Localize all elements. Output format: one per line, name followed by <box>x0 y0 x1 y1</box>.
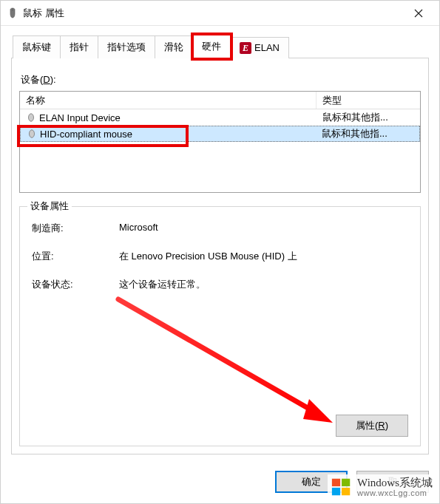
tabstrip: 鼠标键 指针 指针选项 滑轮 硬件 EELAN <box>11 35 429 58</box>
location-label: 位置: <box>32 250 119 263</box>
column-name[interactable]: 名称 <box>20 92 317 109</box>
tab-wheel[interactable]: 滑轮 <box>155 35 193 58</box>
list-header: 名称 类型 <box>20 92 420 109</box>
mouse-icon <box>27 129 37 139</box>
tab-pointer-options[interactable]: 指针选项 <box>98 35 155 58</box>
table-row[interactable]: HID-compliant mouse 鼠标和其他指... <box>20 126 420 142</box>
status-value: 这个设备运转正常。 <box>119 278 408 291</box>
device-name: HID-compliant mouse <box>40 129 132 140</box>
svg-point-1 <box>30 130 35 138</box>
properties-button[interactable]: 属性(R) <box>336 415 408 437</box>
location-value: 在 Lenovo Precision USB Mouse (HID) 上 <box>119 250 408 263</box>
devices-label: 设备(D): <box>21 73 421 86</box>
tab-body-hardware: 设备(D): 名称 类型 ELAN Input Device 鼠标和其他指... <box>11 58 429 454</box>
table-row[interactable]: ELAN Input Device 鼠标和其他指... <box>20 109 420 126</box>
groupbox-title: 设备属性 <box>27 200 72 213</box>
device-list[interactable]: 名称 类型 ELAN Input Device 鼠标和其他指... HID-co… <box>19 91 421 193</box>
device-properties-group: 设备属性 制造商: Microsoft 位置: 在 Lenovo Precisi… <box>19 206 421 446</box>
tab-hardware[interactable]: 硬件 <box>193 35 231 58</box>
windows-logo-icon <box>331 476 353 498</box>
device-type: 鼠标和其他指... <box>316 125 419 143</box>
mouse-properties-window: 鼠标 属性 鼠标键 指针 指针选项 滑轮 硬件 EELAN 设备(D): 名称 … <box>0 0 440 504</box>
watermark-url: www.wxcLgg.com <box>357 488 433 497</box>
svg-rect-6 <box>342 488 350 495</box>
svg-point-0 <box>29 114 34 122</box>
svg-rect-4 <box>342 479 350 486</box>
window-title: 鼠标 属性 <box>23 7 404 20</box>
svg-rect-3 <box>332 479 340 486</box>
watermark: Windows系统城 www.wxcLgg.com <box>328 474 436 500</box>
mouse-icon <box>7 7 18 19</box>
close-button[interactable] <box>404 3 433 24</box>
svg-rect-5 <box>332 488 340 495</box>
device-type: 鼠标和其他指... <box>317 109 420 126</box>
content-area: 鼠标键 指针 指针选项 滑轮 硬件 EELAN 设备(D): 名称 类型 <box>1 26 439 463</box>
elan-icon: E <box>240 42 251 54</box>
tab-buttons[interactable]: 鼠标键 <box>13 35 61 58</box>
tab-pointers[interactable]: 指针 <box>61 35 98 58</box>
manufacturer-value: Microsoft <box>119 222 408 235</box>
device-name: ELAN Input Device <box>39 112 121 123</box>
status-label: 设备状态: <box>32 278 119 291</box>
manufacturer-label: 制造商: <box>32 222 119 235</box>
watermark-brand: Windows系统城 <box>357 477 433 489</box>
titlebar: 鼠标 属性 <box>1 1 439 26</box>
tab-elan[interactable]: EELAN <box>231 37 289 58</box>
column-type[interactable]: 类型 <box>317 92 420 109</box>
mouse-icon <box>26 112 36 123</box>
